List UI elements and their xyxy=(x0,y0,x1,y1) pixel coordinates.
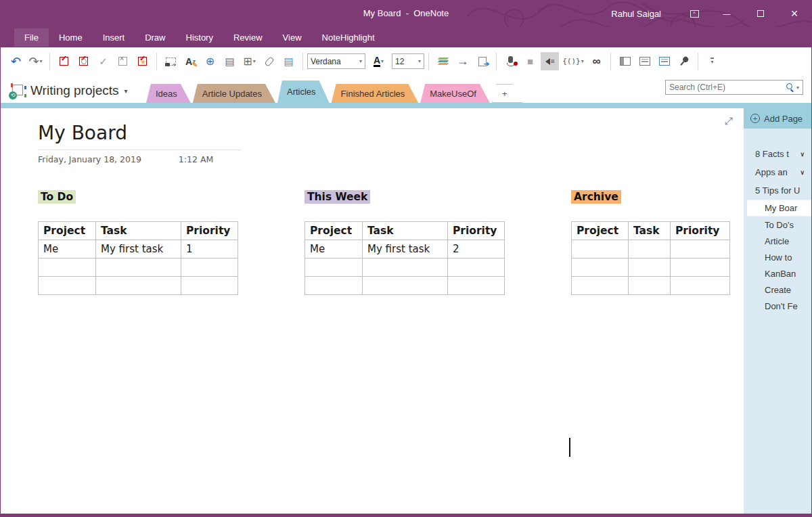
forward-button[interactable]: → xyxy=(453,52,472,70)
table-cell[interactable]: 1 xyxy=(181,240,238,258)
column-header[interactable]: Task xyxy=(96,222,181,240)
table-cell[interactable] xyxy=(39,258,96,277)
menu-draw[interactable]: Draw xyxy=(135,28,175,47)
table-cell[interactable] xyxy=(671,277,730,295)
toolbar-more-button[interactable]: ▾ xyxy=(703,52,721,70)
table-cell[interactable] xyxy=(671,240,730,258)
attach-file-page-button[interactable]: ▤ xyxy=(221,52,239,70)
table-cell[interactable] xyxy=(96,277,181,295)
table-cell[interactable]: 2 xyxy=(448,240,505,258)
ribbon-display-options-button[interactable]: ^ xyxy=(679,0,710,27)
table-cell[interactable] xyxy=(39,277,96,295)
table-cell[interactable] xyxy=(96,258,181,277)
menu-view[interactable]: View xyxy=(273,28,312,47)
tab-ideas[interactable]: Ideas xyxy=(146,84,191,103)
insert-table-button[interactable]: ⊞▾ xyxy=(240,52,258,70)
column-header[interactable]: Task xyxy=(363,222,448,240)
table-cell[interactable] xyxy=(181,277,238,295)
screen-clipping-button[interactable]: + xyxy=(162,52,180,70)
table-cell[interactable] xyxy=(305,258,363,277)
search-input[interactable] xyxy=(669,83,786,92)
column-header[interactable]: Priority xyxy=(448,222,505,240)
table-cell[interactable]: Me xyxy=(39,240,96,258)
keep-on-top-button[interactable] xyxy=(675,52,693,70)
remove-tag-button[interactable]: × xyxy=(114,52,132,70)
page-item[interactable]: Apps an∨ xyxy=(744,163,811,181)
playback-audio-button[interactable]: ≡ xyxy=(541,52,559,70)
find-tags-button[interactable]: ✓★ xyxy=(133,52,152,70)
archive-heading[interactable]: Archive xyxy=(571,190,621,204)
full-page-view-button[interactable] xyxy=(635,52,654,70)
page-item[interactable]: To Do's xyxy=(744,217,811,233)
todo-heading[interactable]: To Do xyxy=(38,190,76,204)
page-item[interactable]: Create xyxy=(744,282,811,298)
search-dropdown-icon[interactable]: ▾ xyxy=(796,85,799,91)
page-item[interactable]: Article xyxy=(744,233,811,249)
expand-page-icon[interactable]: ⤢ xyxy=(725,115,733,127)
table-cell[interactable]: Me xyxy=(305,240,363,258)
table-cell[interactable] xyxy=(363,258,448,277)
tab-article-updates[interactable]: Article Updates xyxy=(193,84,275,103)
page-item[interactable]: How to xyxy=(744,249,811,265)
notebook-selector[interactable]: ⟲ Writing projects ▾ xyxy=(1,83,146,103)
column-header[interactable]: Project xyxy=(305,222,363,240)
search-box[interactable]: ▾ xyxy=(665,80,803,95)
menu-history[interactable]: History xyxy=(176,28,223,47)
page-item[interactable]: KanBan xyxy=(744,265,811,282)
check-tag-button[interactable]: ✓ xyxy=(94,52,112,70)
table-cell[interactable] xyxy=(671,258,730,277)
online-picture-button[interactable]: ▤ xyxy=(279,52,298,70)
account-user-name[interactable]: Rahul Saigal xyxy=(611,9,661,19)
menu-home[interactable]: Home xyxy=(49,28,93,47)
collapse-chevron-icon[interactable]: ∨ xyxy=(800,151,805,158)
column-header[interactable]: Task xyxy=(629,222,671,240)
table-cell[interactable]: My first task xyxy=(363,240,448,258)
normal-view-button[interactable] xyxy=(616,52,634,70)
menu-notehighlight[interactable]: NoteHighlight xyxy=(312,28,385,47)
page-title-block[interactable]: My Board xyxy=(38,122,241,150)
text-style-button[interactable]: A✎▾ xyxy=(181,52,200,70)
dock-to-desktop-button[interactable] xyxy=(655,52,673,70)
new-section-tab[interactable]: + xyxy=(492,84,523,103)
column-header[interactable]: Priority xyxy=(671,222,730,240)
table-cell[interactable] xyxy=(448,258,505,277)
this-week-table[interactable]: Project Task Priority Me My first task 2 xyxy=(304,221,505,295)
menu-file[interactable]: File xyxy=(14,28,49,47)
table-cell[interactable] xyxy=(448,277,505,295)
archive-table[interactable]: Project Task Priority xyxy=(571,221,730,295)
page-title[interactable]: My Board xyxy=(38,122,241,144)
page-item-selected[interactable]: My Boar xyxy=(747,200,811,217)
redo-button[interactable]: ↷▾ xyxy=(26,52,45,70)
font-size-combobox[interactable]: 12▾ xyxy=(392,53,424,69)
minimize-button[interactable]: — xyxy=(710,0,744,27)
font-color-button[interactable]: A▾ xyxy=(369,52,388,70)
insert-link-button[interactable]: ⊕ xyxy=(201,52,219,70)
tag-settings-button[interactable]: ✓ xyxy=(74,52,93,70)
column-header[interactable]: Project xyxy=(39,222,96,240)
math-autocorrect-button[interactable]: ∞ xyxy=(587,52,606,70)
page-item[interactable]: Don't Fe xyxy=(744,298,811,314)
menu-insert[interactable]: Insert xyxy=(93,28,135,47)
font-name-combobox[interactable]: Verdana▾ xyxy=(307,53,365,69)
code-snippet-button[interactable]: {()}▾ xyxy=(560,52,586,70)
table-cell[interactable] xyxy=(629,240,671,258)
tab-finished-articles[interactable]: Finished Articles xyxy=(332,84,419,103)
table-cell[interactable] xyxy=(572,258,629,277)
table-cell[interactable] xyxy=(363,277,448,295)
column-header[interactable]: Priority xyxy=(181,222,238,240)
record-audio-button[interactable] xyxy=(501,52,520,70)
todo-table[interactable]: Project Task Priority Me My first task 1 xyxy=(38,221,238,295)
maximize-button[interactable] xyxy=(744,0,777,27)
menu-review[interactable]: Review xyxy=(223,28,273,47)
stop-recording-button[interactable]: ■ xyxy=(521,52,539,70)
column-header[interactable]: Project xyxy=(572,222,629,240)
table-cell[interactable] xyxy=(572,277,629,295)
highlight-layers-button[interactable] xyxy=(434,52,452,70)
todo-tag-button[interactable]: ✓ xyxy=(55,52,73,70)
table-cell[interactable] xyxy=(572,240,629,258)
tab-articles[interactable]: Articles xyxy=(277,81,330,103)
page-item[interactable]: 5 Tips for U xyxy=(744,181,811,200)
undo-button[interactable]: ↶ xyxy=(7,52,25,70)
table-cell[interactable] xyxy=(629,277,671,295)
page-item[interactable]: 8 Facts t∨ xyxy=(744,145,811,163)
